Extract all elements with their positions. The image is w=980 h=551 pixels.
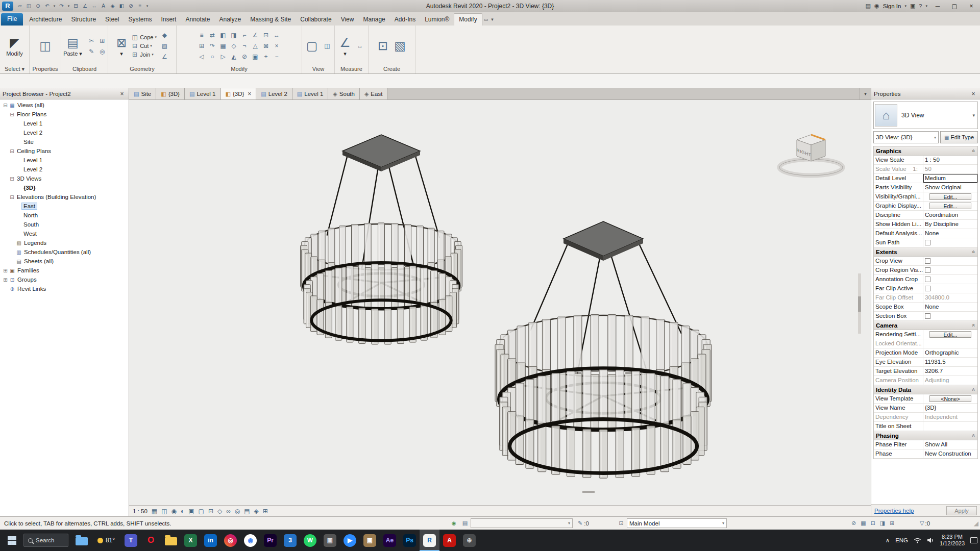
property-checkbox-crop-view[interactable]	[925, 258, 930, 264]
detail-level-icon[interactable]: ▦	[152, 508, 157, 515]
properties-section-phasing[interactable]: Phasing«	[874, 431, 977, 440]
viewport-pan-handle[interactable]	[582, 491, 595, 493]
measure-button[interactable]: ∠▾	[338, 35, 352, 57]
copy-icon[interactable]: ⊞	[197, 41, 207, 51]
drag-on-selection-toggle-icon[interactable]: ⊞	[890, 520, 894, 527]
split-face-icon[interactable]: ∠	[160, 52, 169, 62]
taskbar-app-acrobat[interactable]: A	[439, 530, 459, 551]
split-gap-icon[interactable]: △	[251, 41, 260, 51]
design-options-icon[interactable]: ⊡	[617, 517, 626, 530]
collapse-icon[interactable]: ⊟	[9, 176, 15, 182]
view-tab-level-1[interactable]: ▤Level 1	[185, 88, 221, 99]
tree-item-level-1[interactable]: Level 1	[0, 156, 129, 165]
scale-button[interactable]: 1 : 50	[133, 508, 148, 514]
properties-palette-button[interactable]: ◫	[38, 38, 53, 54]
join-button[interactable]: ⊞Join▾	[131, 51, 157, 58]
type-selector[interactable]: ⌂ 3D View ▾	[873, 102, 978, 129]
menu-tab-massing-site[interactable]: Massing & Site	[246, 14, 296, 26]
property-value-target-elevation[interactable]: 3206.7	[923, 367, 977, 375]
edit-family-icon[interactable]: ▣	[251, 52, 260, 62]
save-icon[interactable]: ◫	[24, 2, 33, 11]
language-indicator[interactable]: ENG	[895, 537, 908, 543]
property-checkbox-sun-path[interactable]	[925, 240, 930, 245]
taskbar-app-zoom[interactable]: ▶	[340, 530, 360, 551]
join-ends-icon[interactable]: +	[261, 52, 271, 62]
property-value-phase[interactable]: New Construction	[923, 449, 977, 458]
menu-tab-steel[interactable]: Steel	[101, 14, 124, 26]
property-value-scope-box[interactable]: None	[923, 303, 977, 311]
section-collapse-icon[interactable]: «	[971, 324, 977, 327]
default-3d-view-icon[interactable]: ◧	[117, 2, 126, 11]
properties-close-icon[interactable]: ×	[969, 90, 977, 97]
expand-icon[interactable]: ⊞	[2, 268, 9, 273]
view-cube[interactable]: RIGHT	[779, 135, 843, 176]
print-icon[interactable]: ⊟	[71, 2, 80, 11]
menu-tab-add-ins[interactable]: Add-Ins	[390, 14, 420, 26]
property-value-show-hidden-li[interactable]: By Discipline	[923, 220, 977, 229]
align-icon[interactable]: ≡	[197, 31, 207, 40]
cope-button[interactable]: ◫Cope▾	[131, 34, 157, 41]
ribbon-panel-label-clipboard[interactable]: Clipboard	[61, 65, 108, 73]
properties-header[interactable]: Properties ×	[871, 88, 980, 99]
property-value-parts-visibility[interactable]: Show Original	[923, 183, 977, 192]
taskbar-app-opera[interactable]: O	[141, 530, 161, 551]
pin-icon[interactable]: ⊡	[261, 31, 271, 40]
tree-item-south[interactable]: South	[0, 220, 129, 229]
tree-item-floor-plans[interactable]: ⊟Floor Plans	[0, 110, 129, 119]
menu-tab-view[interactable]: View	[336, 14, 359, 26]
undo-arrow-icon[interactable]: ▾	[52, 2, 57, 11]
taskbar-app-linkedin[interactable]: in	[201, 530, 220, 551]
tree-item-3d[interactable]: {3D}	[0, 183, 129, 192]
section-collapse-icon[interactable]: «	[971, 149, 977, 153]
view-tab-level-2[interactable]: ▤Level 2	[256, 88, 292, 99]
undo-icon[interactable]: ↶	[43, 2, 52, 11]
chandelier-model-left[interactable]	[301, 135, 462, 344]
sign-in-button[interactable]: Sign In	[883, 3, 901, 9]
design-option-dropdown[interactable]: Main Model ▾	[627, 518, 727, 528]
unlocked-view-icon[interactable]: ◇	[217, 508, 222, 515]
app-store-icon[interactable]: ▣	[910, 3, 915, 9]
open-icon[interactable]: ▱	[15, 2, 24, 11]
collapse-icon[interactable]: ⊟	[2, 103, 9, 108]
view-tab-3d[interactable]: ◧{3D}×	[221, 88, 257, 99]
help-arrow-icon[interactable]: ▾	[925, 4, 927, 8]
taskbar-app-photoshop[interactable]: Ps	[400, 530, 420, 551]
array-icon[interactable]: ▦	[218, 41, 228, 51]
property-value-phase-filter[interactable]: Show All	[923, 440, 977, 449]
section-collapse-icon[interactable]: «	[971, 434, 977, 437]
select-underlay-toggle-icon[interactable]: ▦	[861, 520, 866, 527]
clipboard-history-icon[interactable]: ◎	[97, 46, 107, 56]
tree-item-level-2[interactable]: Level 2	[0, 165, 129, 174]
properties-section-identity-data[interactable]: Identity Data«	[874, 385, 977, 394]
offset-icon[interactable]: ⇄	[208, 31, 217, 40]
cut-clipboard-icon[interactable]: ✂	[87, 36, 96, 45]
dimension-icon[interactable]: ↔	[355, 41, 365, 51]
tray-expand-icon[interactable]: ∧	[886, 537, 890, 544]
taskbar-clock[interactable]: 8:23 PM 1/12/2023	[940, 534, 965, 547]
view-tab-level-1[interactable]: ▤Level 1	[292, 88, 329, 99]
trim-corner-icon[interactable]: ⌐	[240, 31, 250, 40]
tree-item-site[interactable]: Site	[0, 137, 129, 146]
match-properties-icon[interactable]: ○	[208, 52, 217, 62]
revit-logo[interactable]: R	[2, 2, 13, 11]
crop-view-icon[interactable]: ▢	[199, 508, 204, 515]
paste-button[interactable]: ▤Paste ▾	[62, 35, 84, 57]
menu-tab-modify[interactable]: Modify	[454, 13, 482, 26]
rendering-dialog-icon[interactable]: ▣	[188, 508, 194, 515]
tree-item-3d-views[interactable]: ⊟3D Views	[0, 174, 129, 183]
project-browser-close-icon[interactable]: ×	[118, 90, 126, 97]
view-tab-east[interactable]: ◈East	[360, 88, 387, 99]
selection-box-button[interactable]: ▢	[305, 38, 320, 54]
customize-qat-icon[interactable]: ▾	[145, 2, 150, 11]
section-collapse-icon[interactable]: «	[971, 388, 977, 391]
displacement-sets-icon[interactable]: ◈	[254, 508, 259, 515]
wifi-icon[interactable]	[914, 537, 921, 543]
tree-item-groups[interactable]: ⊞⊡Groups	[0, 275, 129, 284]
taskbar-app-premiere[interactable]: Pr	[260, 530, 280, 551]
property-value-title-on-sheet[interactable]	[923, 422, 977, 431]
ribbon-panel-label-select[interactable]: Select ▾	[0, 65, 29, 73]
cut-profile-icon[interactable]: ◭	[229, 52, 239, 62]
taskbar-widget-weather[interactable]: 81°	[91, 530, 121, 551]
tree-item-north[interactable]: North	[0, 211, 129, 220]
reveal-hidden-elements-icon[interactable]: ◎	[235, 508, 240, 515]
